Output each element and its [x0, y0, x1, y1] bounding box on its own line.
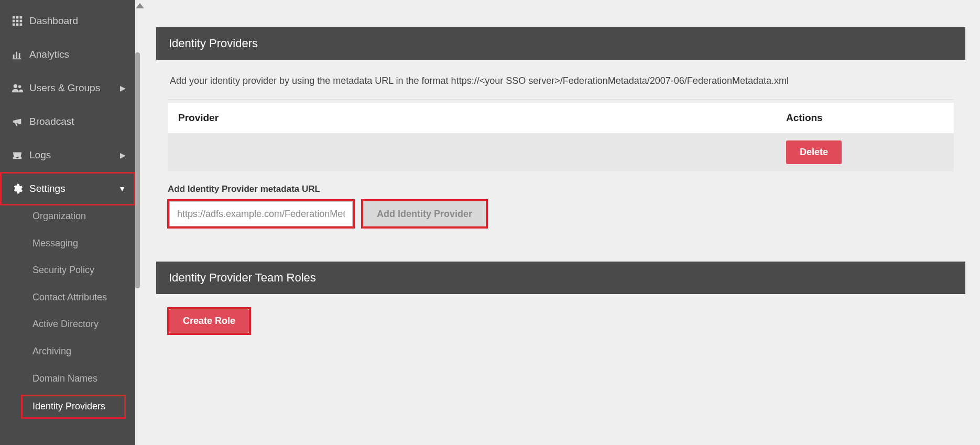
- help-text: Add your identity provider by using the …: [168, 72, 954, 100]
- svg-point-14: [18, 85, 21, 89]
- panel-title: Identity Providers: [156, 27, 965, 60]
- column-actions: Actions: [786, 112, 943, 124]
- svg-rect-4: [16, 20, 19, 23]
- sidebar-sub-contact-attributes[interactable]: Contact Attributes: [0, 287, 135, 309]
- chevron-right-icon: ▶: [120, 151, 126, 159]
- sidebar-sub-organization[interactable]: Organization: [0, 205, 135, 227]
- svg-rect-3: [13, 20, 15, 23]
- chevron-down-icon: ▼: [118, 184, 126, 193]
- panel-title: Identity Provider Team Roles: [156, 262, 965, 294]
- chevron-right-icon: ▶: [120, 84, 126, 92]
- sidebar-sub-archiving[interactable]: Archiving: [0, 341, 135, 363]
- sidebar-item-label: Analytics: [29, 49, 126, 60]
- svg-rect-12: [13, 58, 21, 59]
- users-icon: [12, 82, 29, 94]
- sidebar-item-dashboard[interactable]: Dashboard: [0, 4, 135, 38]
- gear-icon: [12, 183, 29, 194]
- create-role-button[interactable]: Create Role: [169, 309, 249, 333]
- sidebar-sub-active-directory[interactable]: Active Directory: [0, 313, 135, 335]
- svg-rect-8: [20, 24, 23, 26]
- sidebar-item-label: Users & Groups: [29, 82, 120, 94]
- sidebar-item-label: Broadcast: [29, 116, 126, 127]
- svg-rect-0: [13, 16, 15, 19]
- sidebar: Dashboard Analytics Users & Groups ▶ Bro…: [0, 0, 135, 445]
- team-roles-panel: Identity Provider Team Roles Create Role: [156, 262, 965, 348]
- svg-rect-1: [16, 16, 19, 19]
- table-header: Provider Actions: [168, 103, 954, 133]
- sidebar-sub-domain-names[interactable]: Domain Names: [0, 368, 135, 390]
- svg-rect-10: [16, 52, 17, 59]
- sidebar-sub-security-policy[interactable]: Security Policy: [0, 259, 135, 281]
- table-row: Delete: [168, 133, 954, 171]
- sidebar-sub-messaging[interactable]: Messaging: [0, 233, 135, 255]
- sidebar-item-analytics[interactable]: Analytics: [0, 38, 135, 71]
- add-provider-section: Add Identity Provider metadata URL Add I…: [168, 184, 954, 228]
- megaphone-icon: [12, 116, 29, 127]
- svg-rect-5: [20, 20, 23, 23]
- main-content: Identity Providers Add your identity pro…: [135, 0, 980, 445]
- sidebar-item-label: Logs: [29, 149, 120, 161]
- chart-icon: [12, 49, 29, 60]
- svg-rect-6: [13, 24, 15, 26]
- svg-point-13: [14, 84, 17, 88]
- svg-rect-11: [19, 53, 20, 58]
- sidebar-item-broadcast[interactable]: Broadcast: [0, 105, 135, 138]
- delete-button[interactable]: Delete: [786, 140, 842, 164]
- identity-providers-panel: Identity Providers Add your identity pro…: [156, 27, 965, 245]
- sidebar-item-users-groups[interactable]: Users & Groups ▶: [0, 71, 135, 105]
- sidebar-item-settings[interactable]: Settings ▼: [0, 172, 135, 205]
- add-identity-provider-button[interactable]: Add Identity Provider: [363, 201, 486, 226]
- metadata-url-input[interactable]: [169, 201, 353, 226]
- svg-rect-7: [16, 24, 19, 26]
- svg-rect-2: [20, 16, 23, 19]
- inbox-icon: [12, 149, 29, 161]
- add-provider-label: Add Identity Provider metadata URL: [168, 184, 954, 194]
- sidebar-item-label: Settings: [29, 183, 118, 194]
- sidebar-item-logs[interactable]: Logs ▶: [0, 138, 135, 172]
- sidebar-sub-identity-providers[interactable]: Identity Providers: [21, 395, 126, 419]
- providers-table: Provider Actions Delete: [168, 103, 954, 171]
- sidebar-item-label: Dashboard: [29, 15, 126, 27]
- grid-icon: [12, 15, 29, 27]
- column-provider: Provider: [178, 112, 786, 124]
- svg-rect-9: [13, 55, 15, 58]
